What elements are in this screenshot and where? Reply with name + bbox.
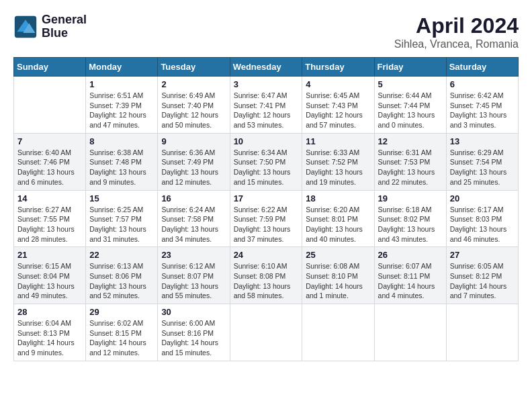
- calendar-cell: 8Sunrise: 6:38 AMSunset: 7:48 PMDaylight…: [86, 133, 158, 190]
- calendar-week-row: 14Sunrise: 6:27 AMSunset: 7:55 PMDayligh…: [14, 190, 519, 247]
- calendar-cell: 17Sunrise: 6:22 AMSunset: 7:59 PMDayligh…: [230, 190, 302, 247]
- calendar-table: SundayMondayTuesdayWednesdayThursdayFrid…: [13, 57, 519, 361]
- day-number: 9: [161, 136, 226, 146]
- day-number: 25: [306, 250, 370, 260]
- calendar-day-header: Friday: [374, 58, 446, 77]
- calendar-cell: 14Sunrise: 6:27 AMSunset: 7:55 PMDayligh…: [14, 190, 86, 247]
- day-info: Sunrise: 6:00 AMSunset: 8:16 PMDaylight:…: [161, 318, 226, 358]
- day-number: 27: [450, 250, 515, 260]
- day-number: 22: [89, 250, 154, 260]
- calendar-cell: 15Sunrise: 6:25 AMSunset: 7:57 PMDayligh…: [86, 190, 158, 247]
- calendar-cell: 16Sunrise: 6:24 AMSunset: 7:58 PMDayligh…: [158, 190, 230, 247]
- day-number: 14: [17, 193, 82, 203]
- day-number: 29: [89, 307, 154, 317]
- day-info: Sunrise: 6:27 AMSunset: 7:55 PMDaylight:…: [17, 205, 82, 244]
- day-info: Sunrise: 6:04 AMSunset: 8:13 PMDaylight:…: [17, 318, 82, 358]
- day-info: Sunrise: 6:40 AMSunset: 7:46 PMDaylight:…: [17, 148, 82, 187]
- title-area: April 2024 Sihlea, Vrancea, Romania: [394, 13, 519, 50]
- day-info: Sunrise: 6:47 AMSunset: 7:41 PMDaylight:…: [234, 91, 299, 130]
- logo-icon: [13, 15, 38, 39]
- day-info: Sunrise: 6:13 AMSunset: 8:06 PMDaylight:…: [89, 261, 154, 301]
- day-info: Sunrise: 6:22 AMSunset: 7:59 PMDaylight:…: [234, 205, 299, 244]
- calendar-cell: 5Sunrise: 6:44 AMSunset: 7:44 PMDaylight…: [374, 77, 446, 134]
- calendar-cell: 29Sunrise: 6:02 AMSunset: 8:15 PMDayligh…: [86, 304, 158, 361]
- calendar-day-header: Tuesday: [158, 58, 230, 77]
- day-number: 7: [17, 136, 82, 146]
- day-info: Sunrise: 6:24 AMSunset: 7:58 PMDaylight:…: [161, 205, 226, 244]
- day-number: 30: [161, 307, 226, 317]
- calendar-cell: [230, 304, 302, 361]
- day-number: 17: [234, 193, 299, 203]
- day-number: 3: [234, 79, 299, 89]
- calendar-cell: 18Sunrise: 6:20 AMSunset: 8:01 PMDayligh…: [302, 190, 374, 247]
- day-info: Sunrise: 6:07 AMSunset: 8:11 PMDaylight:…: [378, 261, 443, 301]
- calendar-cell: 7Sunrise: 6:40 AMSunset: 7:46 PMDaylight…: [14, 133, 86, 190]
- day-info: Sunrise: 6:45 AMSunset: 7:43 PMDaylight:…: [306, 91, 370, 130]
- calendar-cell: [302, 304, 374, 361]
- calendar-cell: 3Sunrise: 6:47 AMSunset: 7:41 PMDaylight…: [230, 77, 302, 134]
- calendar-cell: 2Sunrise: 6:49 AMSunset: 7:40 PMDaylight…: [158, 77, 230, 134]
- day-number: 5: [378, 79, 443, 89]
- day-number: 16: [161, 193, 226, 203]
- day-number: 1: [89, 79, 154, 89]
- day-number: 15: [89, 193, 154, 203]
- day-number: 11: [306, 136, 370, 146]
- day-info: Sunrise: 6:31 AMSunset: 7:53 PMDaylight:…: [378, 148, 443, 187]
- calendar-cell: [374, 304, 446, 361]
- day-number: 19: [378, 193, 443, 203]
- calendar-week-row: 21Sunrise: 6:15 AMSunset: 8:04 PMDayligh…: [14, 247, 519, 304]
- calendar-cell: 11Sunrise: 6:33 AMSunset: 7:52 PMDayligh…: [302, 133, 374, 190]
- calendar-cell: 26Sunrise: 6:07 AMSunset: 8:11 PMDayligh…: [374, 247, 446, 304]
- logo-text: General Blue: [42, 13, 87, 40]
- calendar-cell: 28Sunrise: 6:04 AMSunset: 8:13 PMDayligh…: [14, 304, 86, 361]
- day-info: Sunrise: 6:33 AMSunset: 7:52 PMDaylight:…: [306, 148, 370, 187]
- page-subtitle: Sihlea, Vrancea, Romania: [394, 38, 519, 50]
- calendar-cell: 13Sunrise: 6:29 AMSunset: 7:54 PMDayligh…: [446, 133, 518, 190]
- day-info: Sunrise: 6:44 AMSunset: 7:44 PMDaylight:…: [378, 91, 443, 130]
- header: General Blue April 2024 Sihlea, Vrancea,…: [13, 13, 519, 50]
- day-number: 2: [161, 79, 226, 89]
- day-info: Sunrise: 6:25 AMSunset: 7:57 PMDaylight:…: [89, 205, 154, 244]
- calendar-week-row: 28Sunrise: 6:04 AMSunset: 8:13 PMDayligh…: [14, 304, 519, 361]
- calendar-cell: 30Sunrise: 6:00 AMSunset: 8:16 PMDayligh…: [158, 304, 230, 361]
- day-info: Sunrise: 6:42 AMSunset: 7:45 PMDaylight:…: [450, 91, 515, 130]
- day-number: 6: [450, 79, 515, 89]
- calendar-cell: 25Sunrise: 6:08 AMSunset: 8:10 PMDayligh…: [302, 247, 374, 304]
- day-number: 20: [450, 193, 515, 203]
- day-info: Sunrise: 6:02 AMSunset: 8:15 PMDaylight:…: [89, 318, 154, 358]
- day-info: Sunrise: 6:49 AMSunset: 7:40 PMDaylight:…: [161, 91, 226, 130]
- calendar-cell: [14, 77, 86, 134]
- calendar-cell: 4Sunrise: 6:45 AMSunset: 7:43 PMDaylight…: [302, 77, 374, 134]
- day-number: 13: [450, 136, 515, 146]
- day-number: 18: [306, 193, 370, 203]
- day-info: Sunrise: 6:51 AMSunset: 7:39 PMDaylight:…: [89, 91, 154, 130]
- calendar-day-header: Monday: [86, 58, 158, 77]
- calendar-cell: 27Sunrise: 6:05 AMSunset: 8:12 PMDayligh…: [446, 247, 518, 304]
- calendar-day-header: Wednesday: [230, 58, 302, 77]
- logo: General Blue: [13, 13, 87, 40]
- day-info: Sunrise: 6:05 AMSunset: 8:12 PMDaylight:…: [450, 261, 515, 301]
- calendar-cell: 6Sunrise: 6:42 AMSunset: 7:45 PMDaylight…: [446, 77, 518, 134]
- day-number: 8: [89, 136, 154, 146]
- day-number: 28: [17, 307, 82, 317]
- calendar-cell: 1Sunrise: 6:51 AMSunset: 7:39 PMDaylight…: [86, 77, 158, 134]
- calendar-cell: 9Sunrise: 6:36 AMSunset: 7:49 PMDaylight…: [158, 133, 230, 190]
- calendar-week-row: 1Sunrise: 6:51 AMSunset: 7:39 PMDaylight…: [14, 77, 519, 134]
- day-info: Sunrise: 6:18 AMSunset: 8:02 PMDaylight:…: [378, 205, 443, 244]
- day-info: Sunrise: 6:10 AMSunset: 8:08 PMDaylight:…: [234, 261, 299, 301]
- calendar-day-header: Thursday: [302, 58, 374, 77]
- day-info: Sunrise: 6:29 AMSunset: 7:54 PMDaylight:…: [450, 148, 515, 187]
- day-number: 21: [17, 250, 82, 260]
- day-number: 12: [378, 136, 443, 146]
- calendar-cell: 20Sunrise: 6:17 AMSunset: 8:03 PMDayligh…: [446, 190, 518, 247]
- calendar-week-row: 7Sunrise: 6:40 AMSunset: 7:46 PMDaylight…: [14, 133, 519, 190]
- page-title: April 2024: [394, 13, 519, 38]
- calendar-cell: 10Sunrise: 6:34 AMSunset: 7:50 PMDayligh…: [230, 133, 302, 190]
- calendar-cell: [446, 304, 518, 361]
- calendar-cell: 19Sunrise: 6:18 AMSunset: 8:02 PMDayligh…: [374, 190, 446, 247]
- day-info: Sunrise: 6:34 AMSunset: 7:50 PMDaylight:…: [234, 148, 299, 187]
- logo-line2: Blue: [42, 27, 87, 40]
- day-info: Sunrise: 6:38 AMSunset: 7:48 PMDaylight:…: [89, 148, 154, 187]
- calendar-cell: 21Sunrise: 6:15 AMSunset: 8:04 PMDayligh…: [14, 247, 86, 304]
- day-info: Sunrise: 6:17 AMSunset: 8:03 PMDaylight:…: [450, 205, 515, 244]
